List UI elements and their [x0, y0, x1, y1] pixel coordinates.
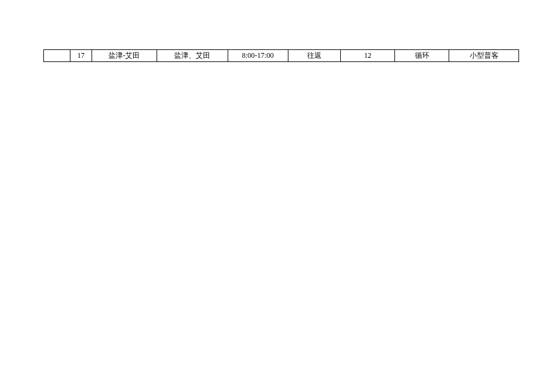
cell-stops: 盐津、艾田	[157, 50, 228, 62]
cell-mode: 循环	[395, 50, 449, 62]
schedule-table: 17 盐津-艾田 盐津、艾田 8:00-17:00 往返 12 循环 小型普客	[43, 49, 519, 62]
cell-empty	[44, 50, 70, 62]
schedule-table-container: 17 盐津-艾田 盐津、艾田 8:00-17:00 往返 12 循环 小型普客	[43, 49, 519, 62]
cell-index: 17	[70, 50, 92, 62]
cell-route: 盐津-艾田	[92, 50, 157, 62]
cell-direction: 往返	[288, 50, 341, 62]
cell-vehicle: 小型普客	[449, 50, 519, 62]
cell-count: 12	[341, 50, 395, 62]
table-row: 17 盐津-艾田 盐津、艾田 8:00-17:00 往返 12 循环 小型普客	[44, 50, 519, 62]
cell-time: 8:00-17:00	[228, 50, 288, 62]
